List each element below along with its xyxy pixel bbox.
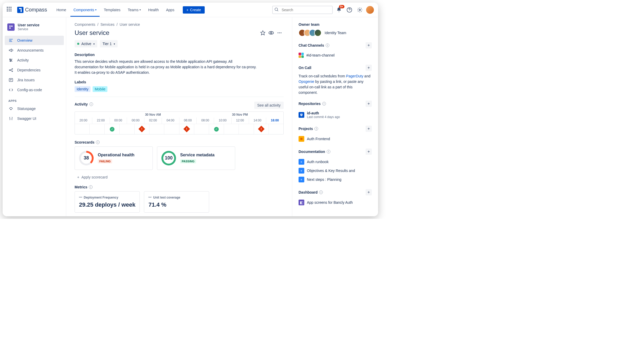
help-button[interactable]	[345, 6, 354, 14]
owner-team-heading: Owner team	[299, 22, 319, 27]
svg-rect-29	[301, 138, 301, 140]
info-icon[interactable]: i	[322, 102, 326, 106]
info-icon[interactable]: i	[319, 190, 323, 194]
chat-channel-link[interactable]: #id-team-channel	[299, 51, 372, 59]
label-mobile[interactable]: Mobile	[93, 86, 107, 92]
repo-link[interactable]: id-authLast commit 4 days ago	[299, 109, 372, 120]
nav-templates[interactable]: Templates	[101, 3, 124, 17]
scorecard-operational-health[interactable]: 38 Operational healthFAILING	[75, 146, 153, 170]
notifications-button[interactable]: 9+	[335, 6, 343, 14]
timeline-hour: 00:00	[110, 118, 127, 124]
product-name: Compass	[25, 7, 47, 13]
svg-point-26	[278, 32, 278, 33]
add-doc-button[interactable]: +	[366, 149, 372, 155]
overview-icon	[8, 38, 14, 43]
error-icon: !	[258, 126, 264, 132]
chat-channels-heading: Chat Channelsi	[299, 43, 329, 47]
add-repo-button[interactable]: +	[366, 101, 372, 107]
project-link[interactable]: Auth Frontend	[299, 134, 372, 143]
sidebar-item-config[interactable]: Config-as-code	[5, 85, 64, 95]
info-icon[interactable]: i	[326, 44, 329, 47]
timeline-slot: ✓	[105, 124, 119, 134]
nav-home[interactable]: Home	[53, 3, 69, 17]
sidebar-item-announcements[interactable]: Announcements	[5, 46, 64, 55]
service-icon	[7, 23, 15, 31]
svg-point-25	[270, 32, 272, 34]
info-icon[interactable]: i	[314, 127, 318, 131]
scorecard-service-metadata[interactable]: 100 Service metadataPASSING	[157, 146, 235, 170]
more-button[interactable]	[275, 29, 284, 37]
timeline-hour: 10:00	[214, 118, 232, 124]
app-switcher-icon[interactable]	[7, 7, 13, 13]
dashboard-link[interactable]: ◧App screens for Bancly Auth	[299, 198, 372, 207]
pagerduty-link[interactable]: PagerDuty	[346, 74, 363, 78]
user-avatar[interactable]	[366, 6, 374, 14]
label-identity[interactable]: Identity	[75, 86, 90, 92]
nav-components[interactable]: Components▾	[70, 3, 100, 17]
info-icon[interactable]: i	[327, 150, 330, 153]
timeline-slot	[90, 124, 105, 134]
star-button[interactable]	[259, 29, 267, 37]
notification-badge: 9+	[339, 5, 344, 8]
megaphone-icon	[8, 48, 14, 53]
doc-link[interactable]: ≡Next steps : Planning	[299, 175, 372, 184]
settings-button[interactable]	[356, 6, 364, 14]
timeline-slot: !	[254, 124, 269, 134]
nav-apps[interactable]: Apps	[163, 3, 178, 17]
tier-dropdown[interactable]: Tier 1▾	[100, 40, 118, 47]
add-project-button[interactable]: +	[366, 126, 372, 132]
error-icon: !	[183, 126, 190, 132]
status-dropdown[interactable]: Active▾	[75, 40, 97, 47]
search-input[interactable]	[272, 6, 333, 14]
svg-rect-6	[9, 27, 11, 29]
status-dot-icon	[77, 43, 79, 45]
sidebar-item-jira[interactable]: Jira Issues	[5, 75, 64, 85]
swagger-icon	[8, 116, 14, 121]
timeline-hour: 06:00	[179, 118, 197, 124]
metric-unit-test-coverage[interactable]: 〰Unit test coverage 71.4 %	[144, 191, 209, 213]
repositories-heading: Repositoriesi	[299, 102, 326, 106]
create-button[interactable]: +Create	[183, 6, 205, 14]
timeline-slot	[120, 124, 135, 134]
add-chat-button[interactable]: +	[366, 42, 372, 48]
see-all-activity-button[interactable]: See all activity	[254, 102, 284, 109]
sidebar-item-overview[interactable]: Overview	[5, 36, 64, 45]
success-icon: ✓	[110, 127, 114, 132]
oncall-description: Track on-call schedules from PagerDuty a…	[299, 73, 372, 95]
add-oncall-button[interactable]: +	[366, 65, 372, 71]
document-icon: ≡	[299, 177, 304, 182]
dashboard-heading: Dashboardi	[299, 190, 323, 194]
sidebar-app-swagger[interactable]: Swagger UI	[5, 114, 64, 123]
compass-logo-icon	[17, 7, 23, 13]
doc-link[interactable]: ≡Objectives & Key Results and	[299, 166, 372, 175]
project-icon	[299, 136, 304, 142]
sidebar-item-dependencies[interactable]: Dependencies	[5, 65, 64, 75]
sidebar-app-statuspage[interactable]: Statuspage	[5, 104, 64, 113]
sidebar-item-activity[interactable]: Activity	[5, 55, 64, 65]
opsgenie-link[interactable]: Opsgenie	[299, 79, 314, 84]
crumb-components[interactable]: Components	[75, 22, 95, 27]
doc-link[interactable]: ≡Auth runbook	[299, 157, 372, 166]
metric-deployment-frequency[interactable]: 〰Deployment Frequency 29.25 deploys / we…	[75, 191, 140, 213]
info-icon[interactable]: i	[96, 140, 100, 144]
owner-team-link[interactable]: Identity Team	[299, 29, 372, 36]
description-heading: Description	[75, 53, 284, 57]
svg-marker-23	[261, 31, 265, 35]
crumb-services[interactable]: Services	[100, 22, 114, 27]
apply-scorecard-button[interactable]: +Apply scorecard	[75, 174, 284, 181]
bitbucket-icon	[299, 112, 304, 118]
sidebar-apps-label: APPS	[5, 95, 64, 104]
add-dashboard-button[interactable]: +	[366, 189, 372, 195]
chevron-down-icon: ▾	[139, 8, 141, 11]
labels-heading: Labels	[75, 80, 284, 84]
watch-button[interactable]	[267, 29, 275, 37]
product-logo[interactable]: Compass	[17, 7, 47, 13]
activity-heading: Activityi	[75, 102, 93, 106]
info-icon[interactable]: i	[89, 185, 93, 189]
nav-health[interactable]: Health	[145, 3, 162, 17]
primary-nav: Home Components▾ Templates Teams▾ Health…	[53, 3, 177, 17]
timeline-period-am: 30 Nov AM	[110, 112, 197, 118]
page-title: User service	[75, 29, 259, 36]
info-icon[interactable]: i	[89, 102, 93, 106]
nav-teams[interactable]: Teams▾	[125, 3, 144, 17]
